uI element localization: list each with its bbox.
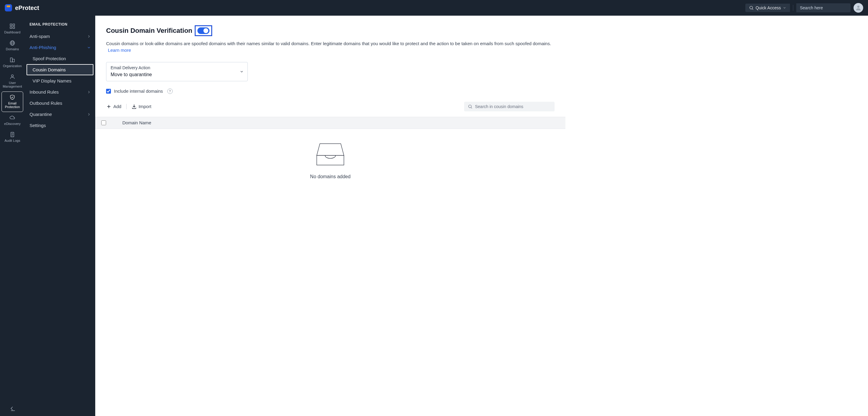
select-label: Email Delivery Action xyxy=(111,65,243,70)
search-icon xyxy=(468,104,472,109)
toggle-highlight xyxy=(195,25,212,36)
nav-label: Cousin Domains xyxy=(33,67,66,72)
description-text: Cousin domains or look-alike domains are… xyxy=(106,41,551,46)
rail-label: Organization xyxy=(3,64,22,68)
topbar: eProtect Quick Access xyxy=(0,0,868,16)
nav-inbound-rules[interactable]: Inbound Rules xyxy=(25,86,95,98)
table-header: Domain Name xyxy=(95,117,565,129)
nav-quarantine[interactable]: Quarantine xyxy=(25,109,95,120)
user-avatar[interactable] xyxy=(854,3,863,13)
brand-name: eProtect xyxy=(15,4,39,11)
column-domain-name: Domain Name xyxy=(122,120,151,125)
select-all-checkbox[interactable] xyxy=(101,120,106,125)
nav-label: Inbound Rules xyxy=(30,90,59,95)
brand-logo-icon xyxy=(5,4,12,11)
svg-rect-6 xyxy=(13,27,15,29)
rail-item-email-protection[interactable]: Email Protection xyxy=(1,92,23,112)
main-content: Cousin Domain Verification Cousin domain… xyxy=(95,16,868,416)
svg-point-2 xyxy=(857,6,859,8)
brand: eProtect xyxy=(5,4,39,11)
rail-label: Domains xyxy=(6,47,19,51)
svg-rect-3 xyxy=(10,24,12,26)
toggle-knob xyxy=(204,28,208,33)
select-value: Move to quarantine xyxy=(111,72,243,77)
nav-label: Settings xyxy=(30,123,46,128)
rail-label: Dashboard xyxy=(4,30,21,34)
verification-toggle[interactable] xyxy=(197,27,210,34)
action-row: Add Import xyxy=(106,102,555,111)
import-button[interactable]: Import xyxy=(131,104,152,109)
add-button[interactable]: Add xyxy=(106,104,121,109)
nav-spoof-protection[interactable]: Spoof Protection xyxy=(25,53,95,64)
nav-vip-display-names[interactable]: VIP Display Names xyxy=(25,75,95,86)
empty-tray-icon xyxy=(315,141,346,167)
nav-cousin-domains[interactable]: Cousin Domains xyxy=(27,64,93,75)
nav-label: Spoof Protection xyxy=(33,56,66,61)
quick-access-label: Quick Access xyxy=(755,5,781,10)
rail-item-ediscovery[interactable]: eDiscovery xyxy=(1,112,23,129)
chevron-down-icon xyxy=(87,45,91,50)
rail-label: Audit Logs xyxy=(4,139,20,142)
building-icon xyxy=(9,57,16,63)
nav-label: Quarantine xyxy=(30,112,52,117)
include-internal-row: Include internal domains ? xyxy=(106,89,555,94)
email-delivery-action-select[interactable]: Email Delivery Action Move to quarantine xyxy=(106,62,248,81)
learn-more-link[interactable]: Learn more xyxy=(108,47,131,53)
collapse-nav-button[interactable] xyxy=(0,405,25,412)
plus-icon xyxy=(106,104,112,109)
user-icon xyxy=(855,4,862,11)
nav-anti-phishing[interactable]: Anti-Phishing xyxy=(25,42,95,53)
page-title: Cousin Domain Verification xyxy=(106,27,192,35)
rail-item-domains[interactable]: Domains xyxy=(1,37,23,54)
help-icon[interactable]: ? xyxy=(167,89,173,94)
cloud-icon xyxy=(9,115,16,121)
quick-access-dropdown[interactable]: Quick Access xyxy=(745,4,790,12)
download-icon xyxy=(131,104,137,109)
chevron-down-icon xyxy=(240,70,244,74)
svg-rect-11 xyxy=(12,59,14,62)
nav-label: Anti-Phishing xyxy=(30,45,56,50)
search-icon xyxy=(749,5,754,10)
rail-item-organization[interactable]: Organization xyxy=(1,54,23,71)
file-text-icon xyxy=(9,132,16,138)
collapse-icon xyxy=(9,405,16,412)
page-title-row: Cousin Domain Verification xyxy=(106,25,555,36)
rail-item-audit-logs[interactable]: Audit Logs xyxy=(1,129,23,146)
divider xyxy=(793,5,793,11)
add-label: Add xyxy=(113,104,121,109)
svg-point-12 xyxy=(11,75,13,77)
rail-item-dashboard[interactable]: Dashboard xyxy=(1,21,23,37)
import-label: Import xyxy=(138,104,152,109)
domain-search-input[interactable] xyxy=(475,104,551,109)
checkbox-label: Include internal domains xyxy=(114,89,163,94)
svg-point-21 xyxy=(469,105,471,107)
user-icon xyxy=(9,74,16,80)
nav-label: Anti-spam xyxy=(30,34,50,39)
svg-point-0 xyxy=(750,6,752,9)
shield-check-icon xyxy=(9,94,16,100)
domain-search-box[interactable] xyxy=(464,102,555,111)
rail-label: eDiscovery xyxy=(4,122,21,126)
grid-icon xyxy=(9,23,16,29)
chevron-down-icon xyxy=(783,6,786,10)
svg-rect-4 xyxy=(13,24,15,26)
svg-rect-5 xyxy=(10,27,12,29)
page-description: Cousin domains or look-alike domains are… xyxy=(106,40,555,54)
chevron-right-icon xyxy=(87,90,91,94)
nav-settings[interactable]: Settings xyxy=(25,120,95,131)
topbar-right: Quick Access xyxy=(745,3,863,13)
subnav: EMAIL PROTECTION Anti-spam Anti-Phishing… xyxy=(25,16,95,416)
svg-line-1 xyxy=(752,9,753,10)
empty-text: No domains added xyxy=(310,174,350,179)
global-search-input[interactable] xyxy=(796,3,850,12)
chevron-right-icon xyxy=(87,34,91,38)
rail-item-user-management[interactable]: User Management xyxy=(1,71,23,92)
svg-line-22 xyxy=(471,107,472,108)
nav-anti-spam[interactable]: Anti-spam xyxy=(25,31,95,42)
empty-state: No domains added xyxy=(106,141,555,179)
nav-label: VIP Display Names xyxy=(33,78,71,83)
nav-outbound-rules[interactable]: Outbound Rules xyxy=(25,98,95,109)
include-internal-checkbox[interactable] xyxy=(106,89,111,94)
chevron-right-icon xyxy=(87,112,91,116)
svg-rect-10 xyxy=(10,58,12,62)
